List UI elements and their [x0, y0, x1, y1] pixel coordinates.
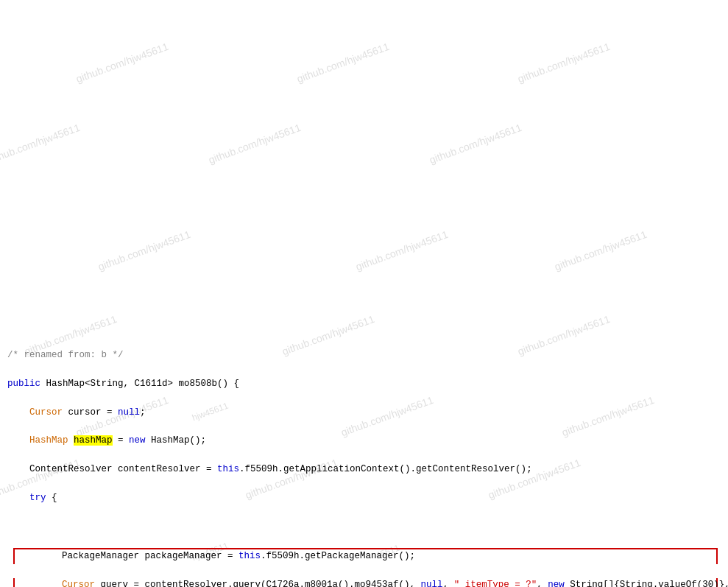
code-line-3: HashMap hashMap = new HashMap(); [7, 434, 721, 448]
code-line-1: public HashMap<String, C1611d> mo8508b()… [7, 377, 721, 391]
watermark: github.com/hjw45611 [515, 39, 612, 88]
code-container: github.com/hjw45611 github.com/hjw45611 … [0, 0, 728, 587]
code-line-box1-start: PackageManager packageManager = this.f55… [13, 548, 718, 563]
code-line-5: try { [7, 491, 721, 505]
code-line-2: Cursor cursor = null; [7, 406, 721, 420]
watermark: github.com/hjw45611 [552, 227, 649, 275]
watermark: github.com/hjw45611 [74, 39, 171, 88]
watermark: github.com/hjw45611 [206, 120, 303, 169]
watermark: github.com/hjw45611 [294, 39, 392, 88]
watermark: github.com/hjw45611 [96, 227, 193, 275]
watermark: github.com/hjw45611 [0, 120, 82, 169]
code-line-4: ContentResolver contentResolver = this.f… [7, 463, 721, 477]
code-line-box1-end: Cursor query = contentResolver.query(C17… [13, 578, 718, 587]
watermark: github.com/hjw45611 [427, 120, 524, 169]
code-line-comment: /* renamed from: b */ [7, 348, 721, 362]
watermark: github.com/hjw45611 [353, 227, 450, 275]
